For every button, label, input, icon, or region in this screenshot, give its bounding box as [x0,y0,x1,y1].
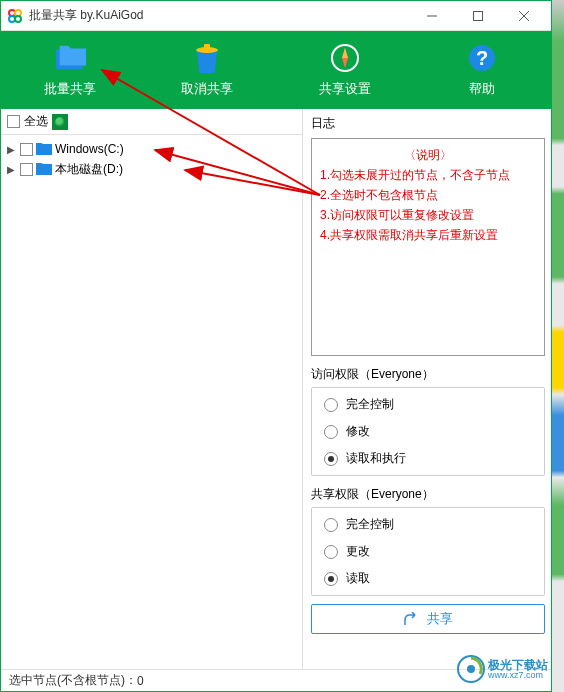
folder-icon [36,163,52,175]
maximize-button[interactable] [455,2,501,30]
select-all-checkbox[interactable] [7,115,20,128]
svg-point-3 [15,16,21,22]
watermark-icon [456,654,486,684]
left-panel: 全选 ▶ Windows(C:) ▶ 本地磁盘(D:) [1,109,303,669]
share-settings-button[interactable]: 共享设置 [276,31,414,109]
log-label: 日志 [311,113,545,134]
watermark-text-en: www.xz7.com [488,671,548,680]
radio-icon [324,518,338,532]
log-textarea[interactable]: 〈说明〉 1.勾选未展开过的节点，不含子节点 2.全选时不包含根节点 3.访问权… [311,138,545,356]
svg-point-17 [467,665,475,673]
tree-item-label: 本地磁盘(D:) [55,161,123,178]
radio-label: 完全控制 [346,396,394,413]
log-line: 4.共享权限需取消共享后重新设置 [320,225,536,245]
help-button[interactable]: ? 帮助 [414,31,552,109]
radio-label: 修改 [346,423,370,440]
folder-icon [36,143,52,155]
titlebar: 批量共享 by.KuAiGod [1,1,551,31]
radio-icon [324,425,338,439]
radio-icon [324,452,338,466]
access-perm-label: 访问权限（Everyone） [311,366,545,383]
tree-checkbox[interactable] [20,143,33,156]
share-perm-group: 完全控制 更改 读取 [311,507,545,596]
log-line: 2.全选时不包含根节点 [320,185,536,205]
right-panel: 日志 〈说明〉 1.勾选未展开过的节点，不含子节点 2.全选时不包含根节点 3.… [303,109,551,669]
log-line: 1.勾选未展开过的节点，不含子节点 [320,165,536,185]
watermark: 极光下载站 www.xz7.com [456,654,548,684]
radio-option[interactable]: 完全控制 [324,396,532,413]
folder-share-icon [54,42,86,74]
watermark-text-cn: 极光下载站 [488,659,548,671]
toolbar-label: 帮助 [469,80,495,98]
svg-rect-5 [474,11,483,20]
expand-icon[interactable]: ▶ [7,164,17,175]
share-perm-label: 共享权限（Everyone） [311,486,545,503]
svg-rect-9 [204,44,210,48]
toolbar-label: 批量共享 [44,80,96,98]
help-icon: ? [466,42,498,74]
drive-tree: ▶ Windows(C:) ▶ 本地磁盘(D:) [1,135,302,669]
select-all-label: 全选 [24,113,48,130]
tree-checkbox[interactable] [20,163,33,176]
share-button-label: 共享 [427,610,453,628]
radio-label: 完全控制 [346,516,394,533]
trash-icon [191,42,223,74]
tree-item[interactable]: ▶ 本地磁盘(D:) [3,159,300,179]
radio-label: 更改 [346,543,370,560]
expand-icon[interactable]: ▶ [7,144,17,155]
window-title: 批量共享 by.KuAiGod [29,7,409,24]
status-prefix: 选中节点(不含根节点)： [9,672,137,689]
radio-option[interactable]: 读取和执行 [324,450,532,467]
share-arrow-icon [403,612,419,626]
share-button[interactable]: 共享 [311,604,545,634]
tree-header: 全选 [1,109,302,135]
radio-option[interactable]: 更改 [324,543,532,560]
log-line: 3.访问权限可以重复修改设置 [320,205,536,225]
radio-option[interactable]: 修改 [324,423,532,440]
radio-label: 读取 [346,570,370,587]
compass-icon [329,42,361,74]
radio-label: 读取和执行 [346,450,406,467]
minimize-button[interactable] [409,2,455,30]
toolbar: 批量共享 取消共享 共享设置 ? 帮助 [1,31,551,109]
app-window: 批量共享 by.KuAiGod 批量共享 取消共享 共享设置 ? [0,0,552,692]
toolbar-label: 共享设置 [319,80,371,98]
app-logo-icon [7,8,23,24]
tree-item-label: Windows(C:) [55,142,124,156]
svg-text:?: ? [476,47,488,69]
access-perm-group: 完全控制 修改 读取和执行 [311,387,545,476]
cancel-share-button[interactable]: 取消共享 [139,31,277,109]
log-title: 〈说明〉 [320,145,536,165]
toolbar-label: 取消共享 [181,80,233,98]
radio-option[interactable]: 完全控制 [324,516,532,533]
radio-icon [324,572,338,586]
batch-share-button[interactable]: 批量共享 [1,31,139,109]
close-button[interactable] [501,2,547,30]
radio-icon [324,398,338,412]
globe-icon[interactable] [52,114,68,130]
tree-item[interactable]: ▶ Windows(C:) [3,139,300,159]
radio-option[interactable]: 读取 [324,570,532,587]
radio-icon [324,545,338,559]
status-count: 0 [137,674,144,688]
